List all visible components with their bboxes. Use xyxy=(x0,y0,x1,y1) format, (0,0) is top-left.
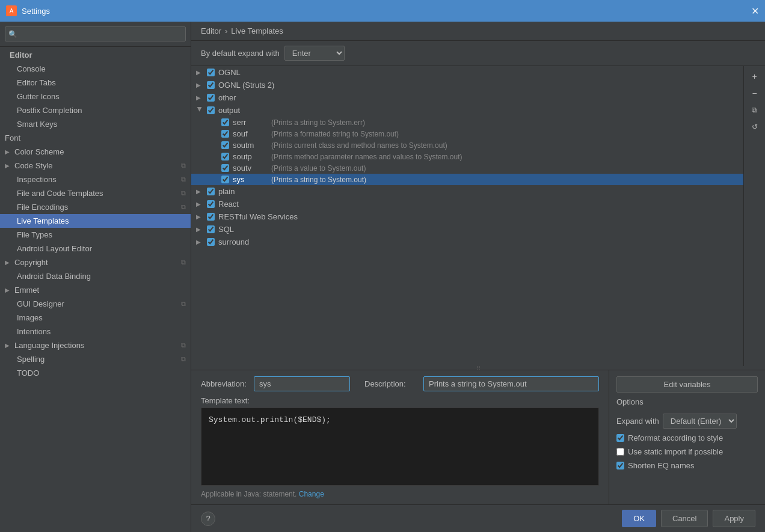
ok-button[interactable]: OK xyxy=(622,510,656,527)
bottom-bar: ? OK Cancel Apply xyxy=(191,504,765,532)
sidebar-item-smart-keys[interactable]: Smart Keys xyxy=(0,117,191,131)
group-plain[interactable]: ▶ plain xyxy=(191,185,743,198)
item-serr-desc: (Prints a string to System.err) xyxy=(271,118,365,127)
static-import-checkbox[interactable] xyxy=(616,448,624,456)
sidebar-item-inspections[interactable]: Inspections ⧉ xyxy=(0,173,191,186)
applicable-change-link[interactable]: Change xyxy=(299,490,324,498)
expand-arrow-icon: ▶ xyxy=(196,239,203,245)
help-button[interactable]: ? xyxy=(201,512,215,526)
expand-select[interactable]: Enter Tab Space xyxy=(284,46,345,61)
group-react[interactable]: ▶ React xyxy=(191,198,743,210)
item-soutp-checkbox[interactable] xyxy=(221,153,229,161)
sidebar-item-todo[interactable]: TODO xyxy=(0,366,191,380)
sidebar-item-intentions[interactable]: Intentions xyxy=(0,325,191,338)
sidebar-item-images[interactable]: Images xyxy=(0,311,191,325)
sidebar-item-console[interactable]: Console xyxy=(0,62,191,76)
group-surround-label: surround xyxy=(218,237,249,246)
group-plain-checkbox[interactable] xyxy=(207,188,215,195)
expand-arrow-icon: ▶ xyxy=(196,94,203,101)
add-button[interactable]: + xyxy=(746,69,763,84)
item-soutv[interactable]: soutv (Prints a value to System.out) xyxy=(191,162,743,174)
sidebar-item-live-templates[interactable]: Live Templates xyxy=(0,214,191,228)
sidebar-item-android-data-binding[interactable]: Android Data Binding xyxy=(0,269,191,283)
item-serr[interactable]: serr (Prints a string to System.err) xyxy=(191,117,743,128)
sidebar-item-file-types[interactable]: File Types xyxy=(0,228,191,242)
item-serr-checkbox[interactable] xyxy=(221,118,229,126)
group-restful-checkbox[interactable] xyxy=(207,213,215,221)
sidebar-item-file-code-templates[interactable]: File and Code Templates ⧉ xyxy=(0,186,191,200)
item-souf-desc: (Prints a formatted string to System.out… xyxy=(271,130,399,138)
item-soutv-checkbox[interactable] xyxy=(221,164,229,172)
item-sys[interactable]: sys (Prints a string to System.out) xyxy=(191,174,743,185)
group-sql-checkbox[interactable] xyxy=(207,225,215,233)
group-ognl-checkbox[interactable] xyxy=(207,69,215,76)
group-output-label: output xyxy=(218,106,240,115)
sidebar-item-copyright[interactable]: ▶Copyright ⧉ xyxy=(0,255,191,269)
group-output[interactable]: ▶ output xyxy=(191,104,743,117)
chevron-right-icon: ▶ xyxy=(5,259,10,266)
item-soutp-desc: (Prints method parameter names and value… xyxy=(271,153,462,161)
reformat-checkbox[interactable] xyxy=(616,434,624,442)
title-bar: A Settings ✕ xyxy=(0,0,765,22)
expand-arrow-icon: ▶ xyxy=(197,107,203,114)
cancel-button[interactable]: Cancel xyxy=(661,510,708,527)
sidebar-item-editor-tabs[interactable]: Editor Tabs xyxy=(0,76,191,90)
applicable-text: Applicable in Java: statement. xyxy=(201,490,296,498)
group-other-checkbox[interactable] xyxy=(207,94,215,102)
item-soutm-checkbox[interactable] xyxy=(221,141,229,149)
search-input[interactable] xyxy=(5,26,186,41)
sidebar-item-emmet[interactable]: ▶Emmet xyxy=(0,283,191,297)
sidebar-item-gutter-icons[interactable]: Gutter Icons xyxy=(0,90,191,103)
item-soutp-abbr: soutp xyxy=(233,152,269,161)
sidebar-item-font[interactable]: Font xyxy=(0,131,191,145)
sidebar-item-color-scheme[interactable]: ▶Color Scheme xyxy=(0,145,191,159)
sidebar-item-language-injections[interactable]: ▶Language Injections ⧉ xyxy=(0,338,191,352)
expand-arrow-icon: ▶ xyxy=(196,226,203,233)
group-ognl-struts2-checkbox[interactable] xyxy=(207,81,215,89)
sidebar-item-spelling[interactable]: Spelling ⧉ xyxy=(0,352,191,366)
breadcrumb: Editor › Live Templates xyxy=(191,22,765,41)
group-sql[interactable]: ▶ SQL xyxy=(191,223,743,236)
group-restful[interactable]: ▶ RESTful Web Services xyxy=(191,210,743,223)
details-options-row: Abbreviation: Description: Template text… xyxy=(191,370,765,504)
sidebar-item-postfix-completion[interactable]: Postfix Completion xyxy=(0,103,191,117)
group-surround[interactable]: ▶ surround xyxy=(191,236,743,248)
group-ognl-struts2[interactable]: ▶ OGNL (Struts 2) xyxy=(191,79,743,91)
item-soutp[interactable]: soutp (Prints method parameter names and… xyxy=(191,151,743,162)
sidebar-item-android-layout-editor[interactable]: Android Layout Editor xyxy=(0,242,191,255)
edit-variables-button[interactable]: Edit variables xyxy=(616,376,758,393)
copy-button[interactable]: ⧉ xyxy=(746,102,763,118)
group-react-checkbox[interactable] xyxy=(207,200,215,208)
group-restful-label: RESTful Web Services xyxy=(218,212,298,221)
remove-button[interactable]: − xyxy=(746,85,763,101)
sidebar-item-code-style[interactable]: ▶Code Style ⧉ xyxy=(0,159,191,173)
item-soutm[interactable]: soutm (Prints current class and method n… xyxy=(191,139,743,151)
expand-with-row: Expand with Default (Enter) Enter Tab Sp… xyxy=(616,414,758,429)
abbreviation-label: Abbreviation: xyxy=(201,379,249,388)
template-text-area[interactable]: System.out.println($END$); xyxy=(201,408,599,486)
reset-button[interactable]: ↺ xyxy=(746,119,763,135)
sidebar-item-file-encodings[interactable]: File Encodings ⧉ xyxy=(0,200,191,214)
bottom-bar-left: ? xyxy=(201,512,215,526)
item-sys-checkbox[interactable] xyxy=(221,176,229,183)
group-ognl-struts2-label: OGNL (Struts 2) xyxy=(218,81,274,90)
group-ognl[interactable]: ▶ OGNL xyxy=(191,66,743,79)
chevron-right-icon: ▶ xyxy=(5,342,10,349)
apply-button[interactable]: Apply xyxy=(713,510,755,527)
abbreviation-input[interactable] xyxy=(254,376,350,391)
copy-icon: ⧉ xyxy=(181,162,186,170)
item-souf-abbr: souf xyxy=(233,129,269,138)
sidebar-item-gui-designer[interactable]: GUI Designer ⧉ xyxy=(0,297,191,311)
group-other[interactable]: ▶ other xyxy=(191,91,743,104)
group-surround-checkbox[interactable] xyxy=(207,238,215,246)
item-souf[interactable]: souf (Prints a formatted string to Syste… xyxy=(191,128,743,139)
item-sys-abbr: sys xyxy=(233,175,269,184)
expand-label: By default expand with xyxy=(201,49,280,58)
item-souf-checkbox[interactable] xyxy=(221,130,229,138)
close-button[interactable]: ✕ xyxy=(751,5,759,17)
description-input[interactable] xyxy=(423,376,599,391)
shorten-eq-checkbox[interactable] xyxy=(616,462,624,469)
copy-icon: ⧉ xyxy=(181,176,186,183)
group-output-checkbox[interactable] xyxy=(207,106,215,114)
expand-with-select[interactable]: Default (Enter) Enter Tab Space xyxy=(663,414,737,429)
